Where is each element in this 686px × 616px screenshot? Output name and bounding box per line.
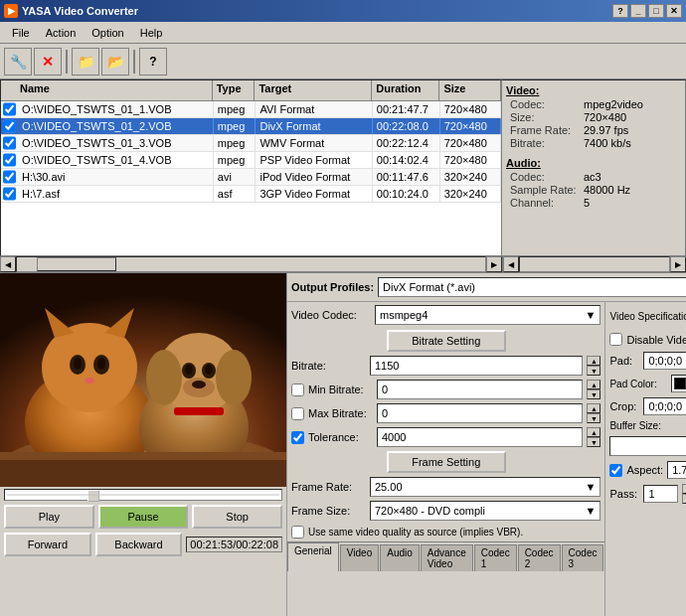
tolerance-label: Tolerance: — [308, 431, 373, 443]
output-profile-row: Output Profiles: DivX Format (*.avi) ▼ — [287, 273, 686, 302]
output-profile-select[interactable]: DivX Format (*.avi) ▼ — [378, 277, 686, 297]
file-row[interactable]: O:\VIDEO_TSWTS_01_2.VOBmpegDivX Format00… — [1, 118, 501, 135]
tab-codec2[interactable]: Codec 2 — [518, 544, 561, 571]
info-audio-codec-label: Codec: — [510, 171, 580, 183]
backward-button[interactable]: Backward — [95, 533, 183, 556]
info-samplerate-label: Sample Rate: — [510, 184, 580, 196]
maximize-btn[interactable]: □ — [648, 4, 664, 18]
buffer-input[interactable] — [610, 437, 686, 455]
file-cell: WMV Format — [256, 135, 372, 151]
frame-setting-btn[interactable]: Frame Setting — [387, 451, 506, 473]
col-size[interactable]: Size — [439, 80, 501, 100]
max-bitrate-input[interactable] — [378, 404, 582, 422]
file-cell: H:\30.avi — [18, 169, 214, 185]
svg-point-13 — [146, 350, 182, 405]
file-row[interactable]: O:\VIDEO_TSWTS_01_1.VOBmpegAVI Format00:… — [1, 101, 501, 118]
scroll-track[interactable] — [16, 256, 486, 272]
file-checkbox[interactable] — [3, 187, 16, 201]
app-icon: ▶ — [4, 4, 18, 18]
crop-input[interactable] — [643, 397, 686, 415]
aspect-check[interactable] — [609, 464, 622, 477]
min-bitrate-check[interactable] — [291, 384, 304, 396]
pass-input[interactable] — [643, 485, 678, 503]
info-scroll-left[interactable]: ◀ — [503, 256, 519, 272]
tool-help[interactable]: ? — [139, 48, 167, 76]
col-name[interactable]: Name — [16, 80, 213, 100]
max-bitrate-check[interactable] — [291, 407, 304, 420]
tolerance-input[interactable] — [378, 428, 582, 446]
min-up[interactable]: ▲ — [587, 380, 600, 389]
menu-help[interactable]: Help — [132, 25, 171, 41]
scroll-right[interactable]: ▶ — [486, 256, 502, 272]
video-frame — [0, 273, 286, 487]
tool-folder-add[interactable]: 📂 — [101, 48, 129, 76]
col-target[interactable]: Target — [255, 80, 372, 100]
svg-point-17 — [186, 365, 193, 375]
file-row[interactable]: H:\7.asfasf3GP Video Format00:10:24.0320… — [1, 186, 501, 203]
aspect-input[interactable] — [667, 461, 686, 479]
svg-point-10 — [85, 378, 94, 384]
max-down[interactable]: ▼ — [587, 413, 600, 423]
pad-color-select[interactable]: clBlack ▼ — [671, 375, 686, 392]
scroll-left[interactable]: ◀ — [0, 256, 16, 272]
pad-input[interactable] — [643, 352, 686, 370]
pass-down[interactable]: ▼ — [682, 494, 686, 504]
menu-action[interactable]: Action — [38, 25, 85, 41]
tab-codec3[interactable]: Codec 3 — [562, 544, 604, 571]
scrollbar-area: ◀ ▶ ◀ ▶ — [0, 256, 686, 273]
tolerance-check[interactable] — [291, 431, 304, 444]
file-row[interactable]: O:\VIDEO_TSWTS_01_3.VOBmpegWMV Format00:… — [1, 135, 501, 152]
forward-button[interactable]: Forward — [4, 533, 91, 556]
file-row[interactable]: O:\VIDEO_TSWTS_01_4.VOBmpegPSP Video For… — [1, 152, 501, 169]
file-cell: iPod Video Format — [256, 169, 372, 185]
file-checkbox[interactable] — [3, 119, 16, 133]
pass-up[interactable]: ▲ — [682, 484, 686, 494]
pause-button[interactable]: Pause — [98, 505, 189, 529]
menu-file[interactable]: File — [4, 25, 38, 41]
tol-up[interactable]: ▲ — [587, 427, 600, 437]
file-checkbox[interactable] — [3, 153, 16, 167]
file-cell: 00:10:24.0 — [373, 186, 440, 202]
control-row-1: Play Pause Stop — [0, 503, 286, 531]
bitrate-setting-btn[interactable]: Bitrate Setting — [387, 330, 506, 352]
vquality-check[interactable] — [291, 526, 304, 539]
tab-general[interactable]: Generial — [287, 542, 339, 571]
min-bitrate-input[interactable] — [378, 381, 582, 398]
col-type[interactable]: Type — [213, 80, 256, 100]
tol-down[interactable]: ▼ — [587, 437, 600, 447]
scroll-thumb[interactable] — [37, 257, 116, 271]
bitrate-up[interactable]: ▲ — [587, 356, 600, 366]
file-checkbox[interactable] — [3, 170, 16, 184]
framesize-select[interactable]: 720×480 - DVD compli ▼ — [370, 501, 600, 521]
tab-audio[interactable]: Audio — [380, 544, 420, 571]
min-down[interactable]: ▼ — [587, 389, 600, 399]
file-checkbox[interactable] — [3, 136, 16, 150]
menu-option[interactable]: Option — [84, 25, 131, 41]
disable-video-check[interactable] — [609, 333, 622, 346]
file-row[interactable]: H:\30.aviaviiPod Video Format00:11:47.63… — [1, 169, 501, 186]
tool-folder-open[interactable]: 📁 — [72, 48, 99, 76]
col-duration[interactable]: Duration — [372, 80, 439, 100]
tab-advance-video[interactable]: Advance Video — [421, 544, 473, 571]
max-up[interactable]: ▲ — [587, 403, 600, 413]
info-scroll-right[interactable]: ▶ — [670, 256, 686, 272]
info-scroll-track[interactable] — [519, 256, 670, 272]
tab-video[interactable]: Video — [340, 544, 379, 571]
svg-point-18 — [206, 365, 213, 375]
progress-track[interactable] — [4, 489, 282, 501]
stop-button[interactable]: Stop — [192, 505, 282, 529]
tool-delete[interactable]: ✕ — [34, 48, 62, 76]
vquality-label: Use same video quality as source (implie… — [308, 527, 523, 538]
file-checkbox[interactable] — [3, 102, 16, 116]
bitrate-input[interactable] — [371, 357, 582, 375]
bitrate-down[interactable]: ▼ — [587, 366, 600, 376]
tool-wrench[interactable]: 🔧 — [4, 48, 32, 76]
video-codec-select[interactable]: msmpeg4 ▼ — [375, 305, 600, 325]
framerate-select[interactable]: 25.00 ▼ — [370, 477, 600, 497]
disable-video-label: Disable Video — [626, 334, 686, 346]
help-title-btn[interactable]: ? — [612, 4, 628, 18]
close-btn[interactable]: ✕ — [666, 4, 682, 18]
play-button[interactable]: Play — [4, 505, 94, 529]
tab-codec1[interactable]: Codec 1 — [474, 544, 517, 571]
minimize-btn[interactable]: _ — [630, 4, 646, 18]
